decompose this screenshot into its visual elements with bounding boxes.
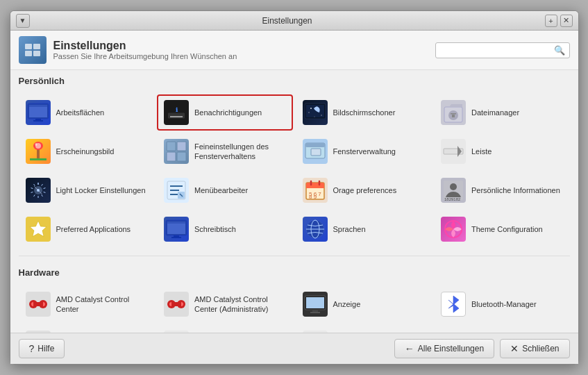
back-button[interactable]: ← Alle Einstellungen — [394, 339, 494, 358]
app-icon — [19, 36, 47, 64]
svg-rect-2 — [29, 105, 47, 107]
item-energieverwaltung[interactable]: Energieverwaltung — [157, 325, 293, 333]
titlebar-menu-btn[interactable]: ▼ — [16, 14, 30, 28]
item-amd1[interactable]: AMD Catalyst Control Center — [19, 286, 155, 322]
item-erscheinungsbild[interactable]: Erscheinungsbild — [19, 133, 155, 169]
icon-arbeitsflächen — [26, 100, 51, 125]
titlebar-close-btn[interactable]: ✕ — [560, 15, 573, 27]
help-button[interactable]: ? Hilfe — [19, 339, 65, 358]
svg-line-37 — [31, 192, 33, 192]
close-icon: ✕ — [510, 343, 519, 354]
section-hardware: Hardware AMD Catalyst Control Center AMD… — [10, 262, 578, 333]
item-drucker[interactable]: Drucker — [19, 325, 155, 333]
search-input[interactable] — [440, 46, 551, 54]
item-feineinstellungen[interactable]: Feineinstellungen des Fensterverhaltens — [157, 133, 293, 169]
svg-rect-62 — [167, 222, 185, 224]
item-benachrichtigungen[interactable]: ℹ ▬▬▬ Benachrichtigungen — [157, 94, 293, 131]
icon-anzeige — [303, 292, 328, 317]
svg-marker-59 — [30, 221, 47, 237]
items-grid-hardware: AMD Catalyst Control Center AMD Catalyst… — [19, 286, 570, 333]
close-button[interactable]: ✕ Schließen — [500, 339, 569, 358]
item-menubearbeiter[interactable]: Menübearbeiter — [157, 172, 293, 208]
label-lightlocker: Light Locker Einstellungen — [56, 185, 146, 195]
content-area: Persönlich Arbeitsflächen ℹ ▬▬▬ Benachri… — [10, 70, 578, 333]
svg-rect-78 — [171, 302, 181, 306]
item-dateimanager[interactable]: Dateimanager — [434, 94, 570, 131]
item-theme[interactable]: Theme Configuration — [434, 211, 570, 247]
label-personalinfo: Persönliche Informationen — [471, 185, 560, 195]
icon-sprachen — [303, 217, 328, 242]
item-anzeige[interactable]: Anzeige — [296, 286, 432, 322]
svg-rect-64 — [171, 237, 181, 238]
label-fensterverwaltung: Fensterverwaltung — [333, 147, 396, 156]
svg-point-7 — [310, 108, 312, 109]
svg-line-36 — [33, 194, 35, 196]
item-personalinfo[interactable]: 1829182 Persönliche Informationen — [434, 172, 570, 208]
label-amd2: AMD Catalyst Control Center (Administrat… — [194, 294, 286, 315]
svg-rect-22 — [167, 152, 176, 161]
app-title: Einstellungen — [53, 40, 237, 52]
label-benachrichtigungen: Benachrichtigungen — [194, 108, 262, 117]
icon-lightlocker — [26, 178, 51, 203]
svg-rect-82 — [310, 312, 320, 313]
header-text-block: Einstellungen Passen Sie Ihre Arbeitsumg… — [53, 40, 237, 60]
label-amd1: AMD Catalyst Control Center — [56, 294, 148, 315]
help-icon: ? — [29, 343, 35, 354]
item-fensterverwaltung[interactable]: Fensterverwaltung — [296, 133, 432, 169]
icon-prefapps — [26, 217, 51, 242]
svg-line-34 — [41, 194, 42, 196]
svg-text:1829182: 1829182 — [444, 197, 461, 201]
search-icon: 🔍 — [554, 45, 565, 56]
label-sprachen: Sprachen — [333, 224, 366, 234]
svg-rect-25 — [305, 143, 325, 147]
label-arbeitsflächen: Arbeitsflächen — [56, 108, 105, 117]
svg-rect-21 — [177, 142, 186, 151]
icon-orage: 5 6 7 8 9 — [303, 178, 328, 203]
footer: ? Hilfe ← Alle Einstellungen ✕ Schließen — [10, 333, 578, 364]
svg-point-10 — [314, 117, 314, 117]
svg-rect-3 — [35, 119, 41, 120]
svg-line-38 — [31, 188, 33, 189]
label-menubearbeiter: Menübearbeiter — [194, 185, 248, 195]
svg-point-9 — [321, 115, 321, 115]
section-title-hardware: Hardware — [19, 267, 570, 281]
item-lightlocker[interactable]: Light Locker Einstellungen — [19, 172, 155, 208]
help-label: Hilfe — [37, 344, 54, 353]
search-box[interactable]: 🔍 — [435, 42, 570, 58]
svg-rect-81 — [312, 310, 318, 312]
svg-rect-63 — [174, 235, 179, 237]
titlebar-add-btn[interactable]: + — [545, 15, 557, 27]
svg-point-57 — [450, 183, 457, 190]
item-arbeitsflächen[interactable]: Arbeitsflächen — [19, 94, 155, 131]
items-grid-personal: Arbeitsflächen ℹ ▬▬▬ Benachrichtigungen … — [19, 94, 570, 247]
app-subtitle: Passen Sie Ihre Arbeitsumgebung Ihren Wü… — [53, 52, 237, 60]
label-feineinstellungen: Feineinstellungen des Fensterverhaltens — [194, 142, 286, 162]
icon-amd2 — [164, 292, 189, 317]
icon-bildschirmschoner — [303, 100, 328, 125]
icon-amd1 — [26, 292, 51, 317]
item-mouse[interactable]: Maus und Touchpad — [296, 325, 432, 333]
app-header: Einstellungen Passen Sie Ihre Arbeitsumg… — [10, 31, 578, 70]
main-window: ▼ Einstellungen + ✕ Einstellungen Passen… — [10, 10, 579, 365]
svg-rect-13 — [451, 113, 456, 115]
label-leiste: Leiste — [471, 147, 492, 156]
svg-rect-80 — [306, 297, 324, 308]
label-theme: Theme Configuration — [471, 224, 543, 234]
icon-personalinfo: 1829182 — [441, 178, 466, 203]
svg-rect-26 — [311, 149, 321, 156]
close-label: Schließen — [522, 344, 559, 353]
item-amd2[interactable]: AMD Catalyst Control Center (Administrat… — [157, 286, 293, 322]
item-leiste[interactable]: Leiste — [434, 133, 570, 169]
back-label: Alle Einstellungen — [418, 344, 484, 353]
section-title-personal: Persönlich — [19, 76, 570, 89]
item-bluetooth[interactable]: Bluetooth-Manager — [434, 286, 570, 322]
titlebar: ▼ Einstellungen + ✕ — [10, 11, 578, 31]
item-bildschirmschoner[interactable]: Bildschirmschoner — [296, 94, 432, 131]
svg-line-39 — [33, 184, 35, 185]
item-sprachen[interactable]: Sprachen — [296, 211, 432, 247]
svg-rect-73 — [33, 302, 43, 306]
item-schreibtisch[interactable]: Schreibtisch — [157, 211, 293, 247]
item-prefapps[interactable]: Preferred Applications — [19, 211, 155, 247]
item-orage[interactable]: 5 6 7 8 9 Orage preferences — [296, 172, 432, 208]
svg-rect-23 — [177, 152, 186, 161]
